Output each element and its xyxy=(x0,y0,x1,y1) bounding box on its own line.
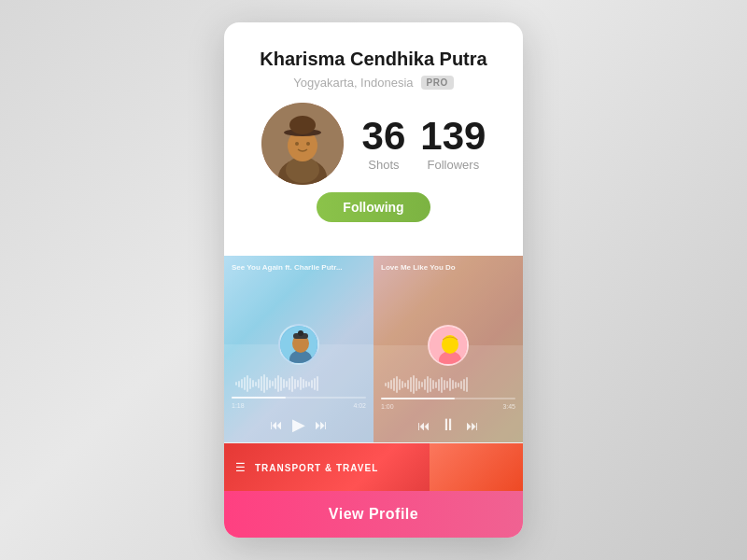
followers-count: 139 xyxy=(420,117,486,156)
wave-bar xyxy=(283,379,285,388)
wave-bar xyxy=(455,382,457,388)
music-avatar-2 xyxy=(428,325,469,366)
shots-label: Shots xyxy=(362,158,406,172)
forward-button-1[interactable]: ⏭ xyxy=(315,417,328,432)
view-profile-button[interactable]: View Profile xyxy=(224,491,523,538)
wave-bar xyxy=(427,376,429,393)
wave-bar xyxy=(266,377,268,390)
wave-bar xyxy=(291,376,293,392)
music-avatar-svg-1 xyxy=(280,326,319,365)
profile-section: Kharisma Cendhika Putra Yogyakarta, Indo… xyxy=(224,22,523,256)
wave-bar xyxy=(303,379,304,388)
wave-bar xyxy=(413,375,415,394)
wave-bar xyxy=(249,378,251,389)
wave-bar xyxy=(458,383,459,387)
avatar xyxy=(261,103,344,185)
wave-bar xyxy=(300,377,302,390)
wave-bar xyxy=(399,379,401,390)
wave-bar xyxy=(252,380,254,387)
progress-fill-2 xyxy=(381,398,455,399)
time-start-1: 1:18 xyxy=(232,402,245,409)
bottom-card-preview: ☰ TRANSPORT & TRAVEL xyxy=(224,442,523,491)
music-player-1: 1:18 4:02 ⏮ ▶ ⏭ xyxy=(224,344,374,442)
location-row: Yogyakarta, Indonesia PRO xyxy=(247,76,500,90)
avatar-svg xyxy=(261,103,344,185)
wave-bar xyxy=(305,381,307,387)
avatar-wrap xyxy=(261,103,344,185)
shot-title-1: See You Again ft. Charlie Putr... xyxy=(232,263,343,272)
transport-label: TRANSPORT & TRAVEL xyxy=(255,463,378,473)
shot-item-2[interactable]: Love Me Like You Do xyxy=(374,256,523,442)
pause-button-2[interactable]: ⏸ xyxy=(440,415,457,435)
wave-bar xyxy=(241,379,243,388)
progress-1 xyxy=(232,397,366,399)
profile-card: Kharisma Cendhika Putra Yogyakarta, Indo… xyxy=(224,22,523,538)
wave-bar xyxy=(317,376,318,391)
wave-bar xyxy=(396,376,398,393)
wave-bar xyxy=(407,380,409,389)
wave-bar xyxy=(452,380,454,389)
wave-bar xyxy=(449,378,451,391)
wave-bar xyxy=(297,380,299,387)
controls-2: ⏮ ⏸ ⏭ xyxy=(381,415,515,435)
wave-bar xyxy=(402,381,403,388)
wave-bar xyxy=(390,380,392,389)
wave-bar xyxy=(311,380,313,388)
wave-bar xyxy=(393,378,395,391)
shots-count: 36 xyxy=(362,117,406,156)
wave-bar xyxy=(280,377,282,391)
wave-bar xyxy=(275,378,276,389)
wave-bar xyxy=(444,380,445,390)
music-avatar-svg-2 xyxy=(430,327,469,366)
shot-bg-2: Love Me Like You Do xyxy=(374,256,523,442)
wave-bar xyxy=(388,382,389,388)
wave-bar xyxy=(404,383,406,387)
wave-bar xyxy=(269,380,271,388)
wave-bar xyxy=(385,383,387,386)
wave-bar xyxy=(255,382,257,386)
transport-image-strip xyxy=(430,443,523,491)
svg-point-8 xyxy=(306,142,310,146)
wave-bar xyxy=(308,382,310,386)
shot-bg-1: See You Again ft. Charlie Putr... xyxy=(224,256,374,442)
wave-bar xyxy=(424,379,426,390)
following-button[interactable]: Following xyxy=(317,192,430,222)
wave-bar xyxy=(289,378,290,390)
wave-bar xyxy=(244,377,246,390)
wave-bar xyxy=(435,382,437,388)
play-button-1[interactable]: ▶ xyxy=(292,414,305,435)
shots-stat: 36 Shots xyxy=(362,117,406,172)
wave-bar xyxy=(247,375,248,392)
wave-bar xyxy=(430,378,431,392)
wave-bar xyxy=(418,381,420,389)
rewind-button-2[interactable]: ⏮ xyxy=(417,418,430,433)
wave-bar xyxy=(466,377,468,392)
followers-stat: 139 Followers xyxy=(420,117,486,172)
wave-bar xyxy=(261,376,262,391)
shots-grid: See You Again ft. Charlie Putr... xyxy=(224,256,523,442)
wave-bar xyxy=(277,375,279,392)
wave-bar xyxy=(263,374,265,393)
svg-point-13 xyxy=(298,330,303,336)
controls-1: ⏮ ▶ ⏭ xyxy=(232,414,366,435)
wave-bar xyxy=(421,382,423,387)
waveform-1 xyxy=(232,374,366,393)
wave-bar xyxy=(438,379,440,391)
shot-item-1[interactable]: See You Again ft. Charlie Putr... xyxy=(224,256,374,442)
wave-bar xyxy=(432,380,434,389)
time-start-2: 1:00 xyxy=(381,403,394,410)
stats-wrap: 36 Shots 139 Followers xyxy=(362,117,486,172)
shot-title-2: Love Me Like You Do xyxy=(381,263,456,272)
progress-fill-1 xyxy=(232,397,286,399)
wave-bar xyxy=(416,378,417,391)
wave-bar xyxy=(314,378,316,390)
pro-badge: PRO xyxy=(421,76,454,90)
time-end-2: 3:45 xyxy=(502,403,515,410)
time-row-1: 1:18 4:02 xyxy=(232,402,366,409)
forward-button-2[interactable]: ⏭ xyxy=(466,418,479,433)
wave-bar xyxy=(272,381,274,386)
music-avatar-1 xyxy=(278,324,319,365)
progress-2 xyxy=(381,398,515,399)
rewind-button-1[interactable]: ⏮ xyxy=(270,417,283,432)
transport-preview: ☰ TRANSPORT & TRAVEL xyxy=(224,443,523,491)
